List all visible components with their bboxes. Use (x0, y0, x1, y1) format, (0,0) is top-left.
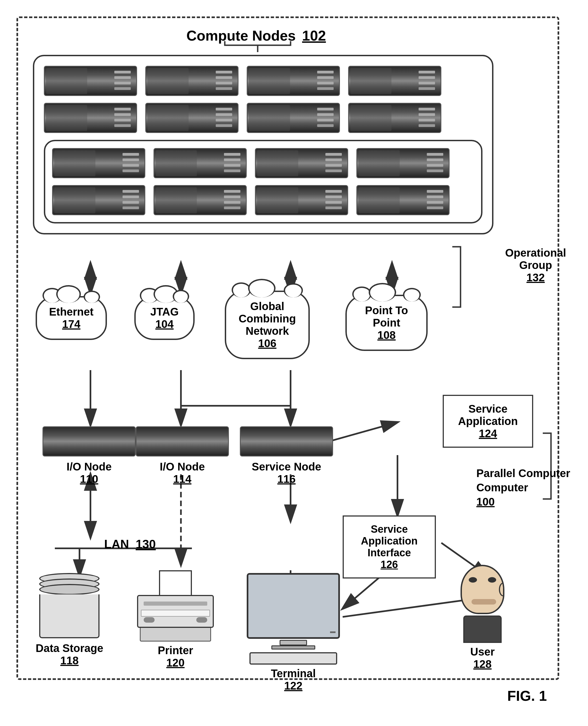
compute-row-4 (52, 185, 474, 215)
user-label: User (461, 646, 504, 658)
compute-nodes-number: 102 (302, 28, 326, 44)
gcn-cloud: Global Combining Network 106 (225, 291, 310, 359)
compute-node (52, 185, 145, 215)
data-storage-label: Data Storage (36, 642, 103, 655)
compute-node (356, 185, 449, 215)
terminal-number: 122 (247, 680, 340, 692)
jtag-label: JTAG (149, 306, 180, 318)
compute-nodes-label: Compute Nodes (186, 28, 296, 44)
user-number: 128 (461, 658, 504, 670)
ethernet-number: 174 (48, 318, 94, 330)
compute-node (247, 103, 340, 133)
io-node-110: I/O Node 110 (42, 426, 136, 485)
compute-node (145, 66, 238, 96)
compute-node (356, 148, 449, 178)
service-node-label: Service Node (240, 461, 333, 473)
ptp-label: Point To Point (355, 304, 418, 329)
printer: Printer 120 (137, 570, 214, 669)
page: Compute Nodes 102 (0, 0, 588, 726)
compute-node (145, 103, 238, 133)
ptp-number: 108 (355, 329, 418, 341)
operational-group-label: Operational Group 132 (505, 247, 566, 284)
ethernet-cloud: Ethernet 174 (36, 296, 107, 340)
operational-group-box (44, 140, 482, 224)
gcn-label: Global Combining (236, 300, 299, 325)
io-node-110-server (42, 426, 136, 456)
compute-row-1 (44, 66, 482, 96)
terminal: ▬ Terminal 122 (247, 573, 340, 692)
user-figure: User 128 (461, 565, 504, 670)
lan-label: LAN 130 (104, 537, 156, 551)
compute-nodes-outer-box (33, 55, 493, 234)
printer-number: 120 (137, 657, 214, 669)
compute-nodes-heading: Compute Nodes 102 (186, 27, 326, 44)
service-node-116: Service Node 116 (240, 426, 333, 485)
io-node-110-label: I/O Node (42, 461, 136, 473)
compute-node (348, 66, 441, 96)
service-app-label: Service Application 124 (449, 403, 527, 440)
figure-label: FIG. 1 (507, 688, 547, 704)
io-node-114: I/O Node 114 (136, 426, 229, 485)
io-node-114-label: I/O Node (136, 461, 229, 473)
terminal-label: Terminal (247, 667, 340, 680)
compute-node (255, 148, 348, 178)
compute-row-3 (52, 148, 474, 178)
service-app-interface-label: Service Application Interface 126 (349, 523, 429, 571)
data-storage-number: 118 (36, 655, 103, 667)
compute-node (153, 185, 247, 215)
compute-node (44, 103, 137, 133)
compute-row-2 (44, 103, 482, 133)
parallel-computer-label: Parallel Computer Computer 100 (477, 466, 570, 509)
io-node-110-number: 110 (42, 473, 136, 485)
io-node-114-number: 114 (136, 473, 229, 485)
service-node-number: 116 (240, 473, 333, 485)
printer-label: Printer (137, 644, 214, 657)
io-node-114-server (136, 426, 229, 456)
compute-node (247, 66, 340, 96)
data-storage: Data Storage 118 (36, 573, 103, 667)
ethernet-label: Ethernet (48, 306, 94, 318)
compute-node (52, 148, 145, 178)
service-node-server (240, 426, 333, 456)
compute-node (153, 148, 247, 178)
compute-node (348, 103, 441, 133)
jtag-number: 104 (149, 318, 180, 330)
jtag-cloud: JTAG 104 (134, 296, 195, 340)
ptp-cloud: Point To Point 108 (345, 295, 428, 351)
compute-node (44, 66, 137, 96)
service-application-box: Service Application 124 (443, 395, 533, 448)
service-app-interface-box: Service Application Interface 126 (343, 515, 436, 579)
compute-node (255, 185, 348, 215)
gcn-label2: Network 106 (236, 325, 299, 350)
